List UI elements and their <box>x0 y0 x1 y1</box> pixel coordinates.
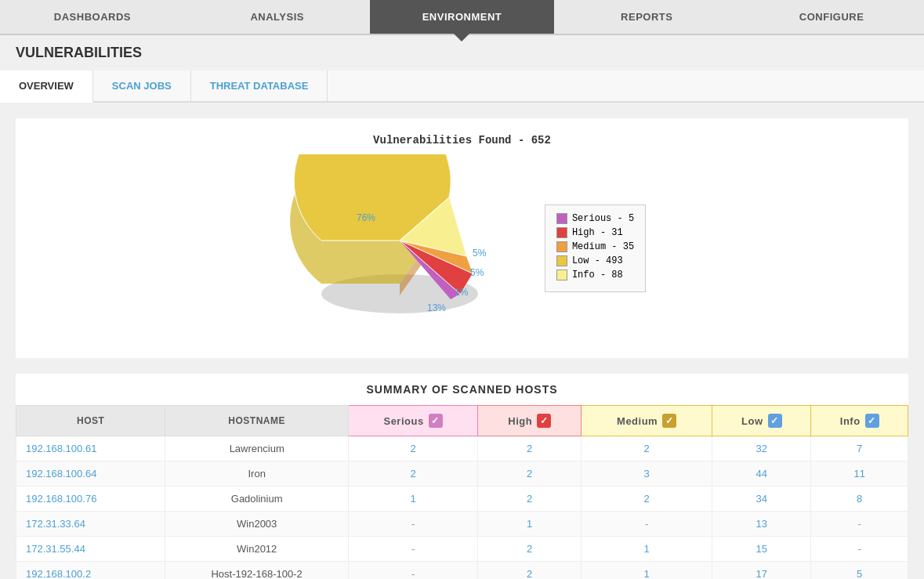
table-row: 192.168.100.64Iron2234411 <box>16 461 908 487</box>
cell-info: 7 <box>811 436 908 461</box>
cell-serious: 1 <box>348 487 477 512</box>
legend-low: Low - 493 <box>556 255 634 266</box>
col-high: High ✓ <box>478 406 582 436</box>
chart-container: 76% 13% 1% 5% 5% Serious - 5 High - 31 <box>31 154 893 342</box>
table-row: 192.168.100.2Host-192-168-100-2-21175 <box>16 562 908 580</box>
host-link[interactable]: 192.168.100.61 <box>16 436 165 461</box>
tab-scan-jobs[interactable]: SCAN JOBS <box>93 71 191 101</box>
legend-color-low <box>556 255 567 266</box>
cell-low: 17 <box>712 562 811 580</box>
cell-low: 34 <box>712 487 811 512</box>
cell-high: 2 <box>478 487 582 512</box>
cell-low: 44 <box>712 461 811 487</box>
hostname-cell: Iron <box>165 461 348 487</box>
table-title: SUMMARY OF SCANNED HOSTS <box>16 374 908 405</box>
legend-label-info: Info - 88 <box>572 270 623 280</box>
chart-legend: Serious - 5 High - 31 Medium - 35 Low - … <box>545 204 646 292</box>
cell-high: 2 <box>478 537 582 562</box>
host-link[interactable]: 172.31.55.44 <box>16 537 165 562</box>
cell-medium: 1 <box>582 562 712 580</box>
cell-info: - <box>811 512 908 537</box>
cell-medium: 3 <box>582 461 712 487</box>
cell-info: 8 <box>811 487 908 512</box>
cell-info: - <box>811 537 908 562</box>
hostname-cell: Host-192-168-100-2 <box>165 562 348 580</box>
filter-low-checkbox[interactable]: ✓ <box>768 414 782 428</box>
table-row: 192.168.100.76Gadolinium122348 <box>16 487 908 512</box>
svg-text:76%: 76% <box>357 212 375 223</box>
legend-color-serious <box>556 213 567 224</box>
legend-color-medium <box>556 241 567 252</box>
filter-high-checkbox[interactable]: ✓ <box>537 414 551 428</box>
legend-label-medium: Medium - 35 <box>572 241 634 252</box>
tab-overview[interactable]: OVERVIEW <box>0 71 93 103</box>
cell-info: 5 <box>811 562 908 580</box>
table-row: 172.31.33.64Win2003-1-13- <box>16 512 908 537</box>
cell-serious: 2 <box>348 436 477 461</box>
legend-label-high: High - 31 <box>572 227 623 238</box>
cell-low: 32 <box>712 436 811 461</box>
legend-high: High - 31 <box>556 227 634 238</box>
hostname-cell: Lawrencium <box>165 436 348 461</box>
col-medium: Medium ✓ <box>582 406 712 436</box>
cell-serious: - <box>348 512 477 537</box>
top-navigation: DASHBOARDS ANALYSIS ENVIRONMENT REPORTS … <box>0 0 924 35</box>
table-section: SUMMARY OF SCANNED HOSTS HOST HOSTNAME S… <box>16 374 908 579</box>
table-row: 172.31.55.44Win2012-2115- <box>16 537 908 562</box>
hosts-table: HOST HOSTNAME Serious ✓ High ✓ <box>16 405 908 579</box>
cell-low: 13 <box>712 512 811 537</box>
col-info: Info ✓ <box>811 406 908 436</box>
col-serious: Serious ✓ <box>348 406 477 436</box>
cell-medium: 2 <box>582 436 712 461</box>
nav-configure[interactable]: CONFIGURE <box>739 0 924 34</box>
legend-serious: Serious - 5 <box>556 213 634 224</box>
col-low: Low ✓ <box>712 406 811 436</box>
cell-info: 11 <box>811 461 908 487</box>
hostname-cell: Win2003 <box>165 512 348 537</box>
filter-medium-checkbox[interactable]: ✓ <box>662 414 676 428</box>
host-link[interactable]: 192.168.100.76 <box>16 487 165 512</box>
chart-title: Vulnerabilities Found - 652 <box>31 134 893 147</box>
main-content: Vulnerabilities Found - 652 <box>0 103 924 579</box>
pie-chart: 76% 13% 1% 5% 5% <box>278 154 513 342</box>
hostname-cell: Gadolinium <box>165 487 348 512</box>
cell-high: 2 <box>478 562 582 580</box>
cell-medium: 1 <box>582 537 712 562</box>
filter-serious-checkbox[interactable]: ✓ <box>429 414 443 428</box>
host-link[interactable]: 172.31.33.64 <box>16 512 165 537</box>
cell-medium: - <box>582 512 712 537</box>
nav-analysis[interactable]: ANALYSIS <box>185 0 370 34</box>
legend-info: Info - 88 <box>556 270 634 280</box>
nav-reports[interactable]: REPORTS <box>554 0 739 34</box>
cell-serious: - <box>348 537 477 562</box>
svg-text:1%: 1% <box>455 287 469 298</box>
filter-info-checkbox[interactable]: ✓ <box>865 414 879 428</box>
nav-environment[interactable]: ENVIRONMENT <box>370 0 555 34</box>
legend-medium: Medium - 35 <box>556 241 634 252</box>
nav-dashboards[interactable]: DASHBOARDS <box>0 0 185 34</box>
cell-high: 2 <box>478 436 582 461</box>
svg-text:5%: 5% <box>470 267 484 278</box>
legend-color-info <box>556 270 567 280</box>
col-hostname: HOSTNAME <box>165 406 348 436</box>
host-link[interactable]: 192.168.100.2 <box>16 562 165 580</box>
svg-text:5%: 5% <box>473 248 487 259</box>
legend-label-serious: Serious - 5 <box>572 213 634 224</box>
sub-tabs: OVERVIEW SCAN JOBS THREAT DATABASE <box>0 71 924 103</box>
legend-label-low: Low - 493 <box>572 255 623 266</box>
hostname-cell: Win2012 <box>165 537 348 562</box>
cell-low: 15 <box>712 537 811 562</box>
cell-medium: 2 <box>582 487 712 512</box>
cell-high: 1 <box>478 512 582 537</box>
svg-text:13%: 13% <box>427 302 446 313</box>
cell-serious: 2 <box>348 461 477 487</box>
table-row: 192.168.100.61Lawrencium222327 <box>16 436 908 461</box>
tab-threat-database[interactable]: THREAT DATABASE <box>191 71 328 101</box>
host-link[interactable]: 192.168.100.64 <box>16 461 165 487</box>
col-host: HOST <box>16 406 165 436</box>
legend-color-high <box>556 227 567 238</box>
cell-serious: - <box>348 562 477 580</box>
cell-high: 2 <box>478 461 582 487</box>
chart-section: Vulnerabilities Found - 652 <box>16 118 908 358</box>
